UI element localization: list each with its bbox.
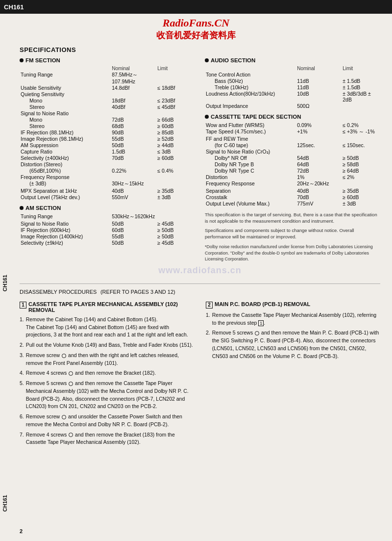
fm-header-row: Nominal Limit: [20, 65, 195, 71]
list-item: 5. Remove 5 screws and then remove the C…: [20, 380, 194, 411]
table-row: Image Rejection (98.1MHz) 55dB ≥ 52dB: [20, 135, 195, 142]
screw-icon: [255, 331, 259, 335]
table-row: Output Level (Volume Max.) 775mV ± 3dB: [205, 200, 380, 206]
list-item: 6. Remove screw and unsolder the Cassett…: [20, 413, 194, 429]
disclaimer1: This specification is the target of serv…: [205, 211, 380, 225]
list-item: 3. Remove screw and then with the right …: [20, 352, 194, 367]
table-row: FF and REW Time: [205, 135, 380, 142]
table-row: Tape Speed (4.75cm/sec.) +1% ≤ +3% ～ -1%: [205, 128, 380, 135]
proc2-num: 2: [206, 302, 213, 309]
table-row: Output Level (75kHz dev.) 550mV ± 3dB: [20, 194, 195, 200]
table-row: Frequency Response: [20, 174, 195, 180]
table-row: Distortion (Stereo): [20, 161, 195, 167]
table-row: AM Suppression 50dB ≥ 44dB: [20, 142, 195, 148]
table-row: (for C-60 tape) 125sec. ≤ 150sec.: [205, 142, 380, 148]
proc1-num: 1: [20, 302, 26, 309]
list-item: 2. Pull out the Volume Knob (149) and Ba…: [20, 341, 194, 349]
procedure-1-col: 1 CASSETTE TAPE PLAYER MECHANICAL ASSEMB…: [20, 301, 194, 449]
fm-bullet: [20, 58, 24, 62]
left-spec-col: FM SECTION Nominal Limit Tuning Range 87…: [20, 57, 195, 262]
proc2-steps: 1. Remove the Cassette Tape Player Mecha…: [206, 311, 380, 361]
table-row: Image Rejection (1400kHz) 55dB ≥ 50dB: [20, 233, 195, 239]
table-row: Capture Ratio 1.5dB ≤ 3dB: [20, 148, 195, 155]
top-bar-label: CH161: [4, 3, 24, 11]
cassette-section-title: CASSETTE TAPE DECK SECTION: [205, 114, 380, 120]
fm-spec-table: Nominal Limit Tuning Range 87.5MHz～107.9…: [20, 65, 195, 200]
screw-icon: [69, 371, 73, 376]
am-section-title: AM SECTION: [20, 205, 195, 211]
table-row: Crosstalk 70dB ≥ 60dB: [205, 194, 380, 200]
audio-section-title: AUDIO SECTION: [205, 57, 380, 63]
dolby-note: *Dolby noise reduction manufactured unde…: [205, 244, 380, 262]
list-item: 2. Remove 5 screws and then remove the M…: [206, 329, 380, 360]
disassembly-columns: 1 CASSETTE TAPE PLAYER MECHANICAL ASSEMB…: [20, 301, 380, 449]
list-item: 4. Remove 4 screws and then remove the B…: [20, 369, 194, 377]
specs-columns: FM SECTION Nominal Limit Tuning Range 87…: [20, 57, 380, 262]
table-row: Loudness Action(80Hz/10kHz) 10dB ± 3dB/3…: [205, 90, 380, 103]
table-row: Dolby* NR Off 54dB ≥ 50dB: [205, 155, 380, 161]
top-bar: CH161: [0, 0, 392, 14]
table-row: (65dBf,100%) 0.22% ≤ 0.4%: [20, 167, 195, 174]
header-title: RadioFans.CN: [10, 17, 382, 29]
table-row: MPX Separation at 1kHz 40dB ≥ 35dB: [20, 187, 195, 194]
watermark-text: www.radiofans.cn: [158, 265, 241, 275]
table-row: Wow and Flutter (WRMS) 0.09% ≤ 0.2%: [205, 122, 380, 128]
table-row: Output Impedance 500Ω: [205, 103, 380, 109]
proc2-title: 2 MAIN P.C. BOARD (PCB-1) REMOVAL: [206, 301, 380, 309]
audio-bullet: [205, 58, 209, 62]
table-row: Treble (10kHz) 11dB ± 1.5dB: [205, 84, 380, 90]
page-num: 2: [20, 528, 23, 534]
right-spec-col: AUDIO SECTION Nominal Limit Tone Control…: [205, 57, 380, 262]
table-row: Stereo 40dBf ≤ 45dBf: [20, 103, 195, 110]
main-content: SPECIFICATIONS FM SECTION Nominal Limit …: [0, 43, 392, 283]
audio-spec-table: Nominal Limit Tone Control Action Bass (…: [205, 65, 380, 109]
table-row: Quieting Sensitivity: [20, 91, 195, 97]
screw-icon: [62, 354, 66, 358]
table-row: Signal to Noise Ratio: [20, 110, 195, 116]
list-item: 1. Remove the Cabinet Top (144) and Cabi…: [20, 316, 194, 339]
bottom-ch-label: CH161: [2, 495, 8, 512]
table-row: Tone Control Action: [205, 71, 380, 77]
table-row: Frequency Response 20Hz～20kHz: [205, 180, 380, 187]
side-label: CH161: [2, 275, 8, 291]
table-row: Tuning Range 530kHz～1620kHz: [20, 213, 195, 220]
proc1-title: 1 CASSETTE TAPE PLAYER MECHANICAL ASSEMB…: [20, 301, 194, 313]
disassembly-heading: DISASSEMBLY PROCEDURES (REFER TO PAGES 3…: [20, 288, 380, 295]
cassette-spec-table: Wow and Flutter (WRMS) 0.09% ≤ 0.2% Tape…: [205, 122, 380, 206]
screw-icon: [69, 433, 73, 437]
am-spec-table: Tuning Range 530kHz～1620kHz Signal to No…: [20, 213, 195, 246]
spec-heading: SPECIFICATIONS: [20, 46, 380, 53]
table-row: Signal to Noise Ratio 50dB ≥ 45dB: [20, 220, 195, 227]
fm-section-title: FM SECTION: [20, 57, 195, 63]
cassette-bullet: [205, 115, 209, 119]
procedure-2-col: 2 MAIN P.C. BOARD (PCB-1) REMOVAL 1. Rem…: [206, 301, 380, 449]
table-row: IF Rejection (88.1MHz) 90dB ≥ 85dB: [20, 129, 195, 135]
header: RadioFans.CN 收音机爱好者资料库: [0, 14, 392, 43]
screw-icon: [62, 415, 66, 419]
table-row: Usable Sensitivity 14.8dBf ≤ 18dBf: [20, 84, 195, 91]
table-row: Dolby NR Type B 64dB ≥ 58dB: [205, 161, 380, 167]
table-row: Distortion 1% ≤ 2%: [205, 174, 380, 180]
table-row: IF Rejection (600kHz) 60dB ≥ 50dB: [20, 227, 195, 233]
table-row: Tuning Range 87.5MHz～107.9MHz: [20, 71, 195, 84]
table-row: Mono 18dBf ≤ 23dBf: [20, 97, 195, 103]
table-row: Stereo 68dB ≥ 60dB: [20, 123, 195, 129]
list-item: 7. Remove 4 screws and then remove the B…: [20, 431, 194, 447]
list-item: 1. Remove the Cassette Tape Player Mecha…: [206, 311, 380, 327]
table-row: Mono 72dB ≥ 66dB: [20, 116, 195, 123]
disassembly-section: DISASSEMBLY PROCEDURES (REFER TO PAGES 3…: [0, 284, 392, 454]
table-row: Selectivity (±400kHz) 70dB ≥ 60dB: [20, 155, 195, 161]
proc1-steps: 1. Remove the Cabinet Top (144) and Cabi…: [20, 316, 194, 446]
table-row: Bass (50Hz) 11dB ± 1.5dB: [205, 77, 380, 84]
table-row: Dolby NR Type C 72dB ≥ 64dB: [205, 167, 380, 174]
audio-header-row: Nominal Limit: [205, 65, 380, 71]
table-row: Selectivity (±9kHz) 50dB ≥ 45dB: [20, 239, 195, 246]
header-subtitle: 收音机爱好者资料库: [10, 29, 382, 41]
table-row: Signal to Noise Ratio (CrO₂): [205, 148, 380, 155]
watermark-area: www.radiofans.cn: [20, 265, 380, 276]
screw-icon: [69, 382, 73, 386]
table-row: Separation 40dB ≥ 35dB: [205, 187, 380, 194]
disclaimer2: Specifications and components subject to…: [205, 227, 380, 240]
table-row: (± 3dB) 30Hz～15kHz: [20, 180, 195, 187]
am-bullet: [20, 206, 24, 210]
